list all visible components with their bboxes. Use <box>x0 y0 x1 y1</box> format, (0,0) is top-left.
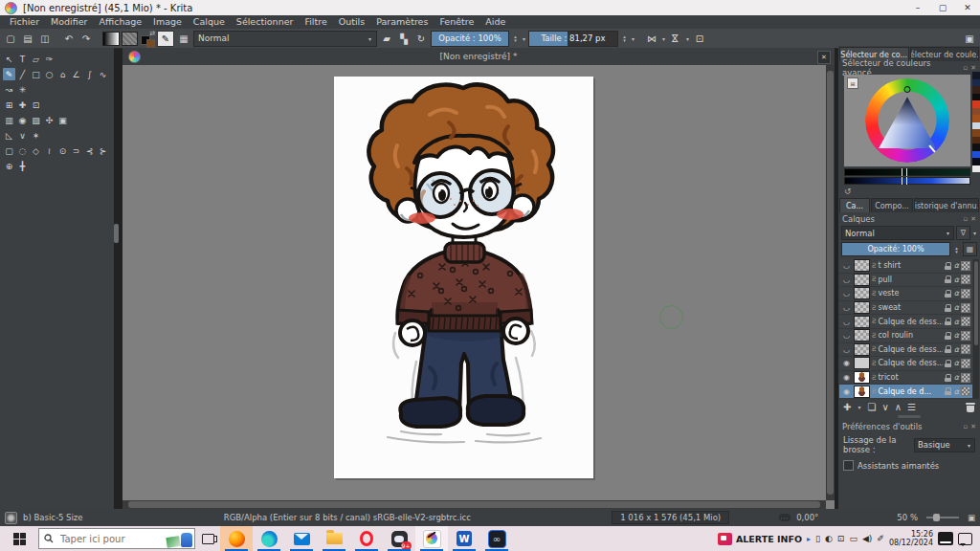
layer-name[interactable]: tricot <box>878 373 942 382</box>
tray-icon[interactable]: ◀) <box>862 534 872 543</box>
alpha-lock-icon[interactable]: α <box>954 331 959 340</box>
layer-thumbnail[interactable] <box>854 357 870 369</box>
history-swatch[interactable] <box>972 115 980 122</box>
alpha-lock-icon[interactable]: α <box>954 359 959 367</box>
close-button[interactable]: ✕ <box>955 0 980 15</box>
chevron-down-icon[interactable]: ▾ <box>685 35 690 42</box>
layer-thumbnail[interactable] <box>854 274 870 286</box>
chevron-down-icon[interactable]: ▾ <box>857 404 861 410</box>
history-swatch[interactable] <box>972 72 980 79</box>
tray-icon[interactable]: ⊡ <box>837 534 845 543</box>
taskbar-explorer[interactable] <box>318 526 350 551</box>
start-button[interactable] <box>0 526 38 551</box>
toolbox-tool[interactable]: ⊞ <box>3 99 15 111</box>
tab-layers[interactable]: Ca... <box>839 198 870 212</box>
taskbar-krita[interactable] <box>415 526 448 551</box>
layer-thumbnail[interactable] <box>854 287 870 299</box>
history-swatch[interactable] <box>972 137 980 144</box>
preserve-alpha-icon[interactable]: ▚ <box>396 31 412 46</box>
eraser-mode-icon[interactable]: ▰ <box>379 31 394 46</box>
visibility-icon[interactable]: ◡ <box>841 303 852 312</box>
menu-item[interactable]: Filtre <box>299 15 332 29</box>
smoothing-select[interactable]: Basique ▾ <box>914 438 975 452</box>
reload-preset-icon[interactable]: ↻ <box>413 31 429 46</box>
layer-row[interactable]: ◡ Ƨ col roulin α <box>839 329 972 342</box>
taskbar-edge[interactable] <box>253 526 285 551</box>
toolbox-tool[interactable]: ◉ <box>16 114 29 126</box>
zoom-fit-icon[interactable]: ▣ <box>968 513 975 522</box>
choose-workspace-icon[interactable]: ▣ <box>962 31 977 46</box>
menu-item[interactable]: Fichier <box>4 15 45 29</box>
toolbox-tool[interactable]: ∨ <box>16 129 29 142</box>
move-layer-up-icon[interactable]: ∧ <box>895 402 902 412</box>
delete-layer-icon[interactable] <box>966 402 975 412</box>
toolbox-tool[interactable]: ✎ <box>3 68 15 80</box>
canvas-horizontal-scrollbar[interactable] <box>122 500 826 509</box>
toolbox-tool[interactable]: ▢ <box>3 144 15 157</box>
hidden-icons-chevron[interactable]: ▸ <box>807 535 811 543</box>
redo-icon[interactable]: ↷ <box>78 31 94 46</box>
toolbox-tool[interactable]: ▣ <box>56 114 69 126</box>
pattern-chooser[interactable] <box>122 32 138 46</box>
menu-item[interactable]: Fenêtre <box>434 15 479 29</box>
layer-row[interactable]: ◡ Ƨ t shirt α <box>839 259 972 273</box>
layer-thumbnail[interactable] <box>854 386 870 398</box>
visibility-icon[interactable]: ◡ <box>841 331 852 340</box>
minimize-button[interactable]: – <box>905 0 930 15</box>
undo-icon[interactable]: ↶ <box>61 31 77 46</box>
toolbox-tool[interactable]: ○ <box>43 68 56 80</box>
save-document-icon[interactable]: ◫ <box>37 31 53 46</box>
alpha-lock-icon[interactable]: α <box>954 276 959 284</box>
layer-thumbnail[interactable] <box>854 329 870 342</box>
task-view-button[interactable] <box>195 526 220 551</box>
background-color[interactable] <box>146 39 155 48</box>
alpha-lock-icon[interactable]: α <box>954 261 959 270</box>
history-swatch[interactable] <box>972 129 980 137</box>
canvas-viewport[interactable] <box>122 65 826 500</box>
inherit-alpha-icon[interactable] <box>961 275 970 284</box>
history-swatch[interactable] <box>972 100 980 108</box>
toolbox-tool[interactable]: ⊰ <box>83 144 96 157</box>
toolbox-tool[interactable]: ⊱ <box>97 144 109 157</box>
toolbox-tool[interactable]: ✳ <box>16 83 29 96</box>
layer-row[interactable]: ◡ Ƨ sweat α <box>839 301 972 315</box>
layer-view-mode-icon[interactable]: ▦ <box>963 242 977 256</box>
taskbar-word[interactable]: W <box>448 526 480 551</box>
layer-name[interactable]: Calque de d... <box>878 387 942 396</box>
lock-icon[interactable] <box>945 304 952 312</box>
inherit-alpha-icon[interactable] <box>961 317 970 326</box>
layer-name[interactable]: Calque de dess... <box>878 345 942 354</box>
toolbox-tool[interactable]: ⊃ <box>70 144 82 157</box>
inherit-alpha-icon[interactable] <box>961 373 970 383</box>
layer-blend-mode-select[interactable]: Normal ▾ <box>841 226 954 240</box>
layer-name[interactable]: veste <box>878 289 942 298</box>
toolbox-tool[interactable]: ↝ <box>3 83 15 96</box>
history-swatch[interactable] <box>972 151 980 159</box>
selector-settings-icon[interactable]: ⊞ <box>847 77 858 89</box>
toolbox-tool[interactable]: ⊕ <box>3 160 15 172</box>
toolbox-tool[interactable]: ⊙ <box>56 144 69 157</box>
alpha-lock-icon[interactable]: α <box>954 345 959 354</box>
document-tab[interactable]: [Non enregistré] * ✕ <box>122 48 835 65</box>
lock-icon[interactable] <box>945 345 952 353</box>
taskbar-search[interactable] <box>38 528 195 549</box>
visibility-icon[interactable]: ◉ <box>841 359 852 367</box>
layer-name[interactable]: sweat <box>878 303 942 312</box>
layer-name[interactable]: Calque de dess... <box>878 318 942 326</box>
inherit-alpha-icon[interactable] <box>961 359 970 368</box>
alpha-lock-icon[interactable]: α <box>954 318 959 326</box>
chevron-down-icon[interactable]: ▾ <box>631 35 635 42</box>
history-swatch[interactable] <box>972 158 980 165</box>
open-document-icon[interactable]: ▤ <box>20 31 35 46</box>
document-close-icon[interactable]: ✕ <box>817 51 831 64</box>
maximize-button[interactable]: ▢ <box>930 0 955 15</box>
brush-editor-icon[interactable]: ✎ <box>157 31 174 47</box>
close-docker-icon[interactable]: ✕ <box>970 64 976 72</box>
lock-icon[interactable] <box>945 332 952 340</box>
history-swatch[interactable] <box>972 94 980 101</box>
layer-properties-icon[interactable]: ☰ <box>907 402 916 412</box>
tab-compositions[interactable]: Compo... <box>871 198 913 212</box>
menu-item[interactable]: Aide <box>479 15 511 29</box>
tray-icon[interactable]: ▭ <box>849 534 858 543</box>
layer-thumbnail[interactable] <box>854 371 870 384</box>
